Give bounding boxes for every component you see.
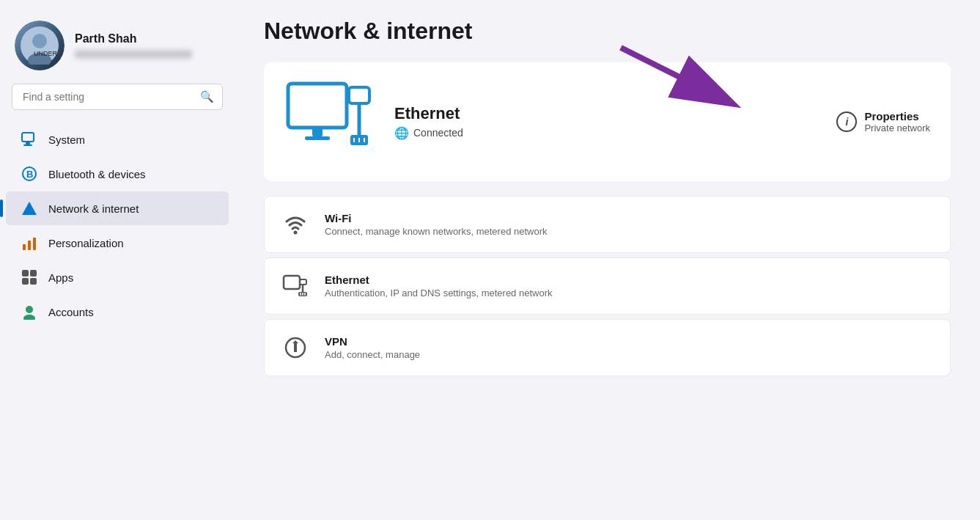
vpn-option-desc: Add, connect, manage <box>325 349 420 360</box>
page-title: Network & internet <box>264 18 951 45</box>
svg-rect-21 <box>305 136 330 140</box>
svg-point-1 <box>32 34 47 48</box>
search-bar: 🔍 <box>12 84 223 110</box>
apps-icon <box>21 268 38 286</box>
user-info: Parth Shah <box>75 32 192 59</box>
personalization-icon <box>21 234 38 252</box>
svg-rect-6 <box>23 144 32 146</box>
sidebar-item-system[interactable]: System <box>6 122 229 156</box>
avatar[interactable]: UNDER <box>15 21 65 70</box>
user-section: UNDER Parth Shah <box>0 13 235 84</box>
sidebar-item-label: Accounts <box>48 306 94 318</box>
wifi-option-desc: Connect, manage known networks, metered … <box>325 226 548 237</box>
vpn-option-info: VPN Add, connect, manage <box>325 335 420 360</box>
ethernet-hero-card: Ethernet 🌐 Connected i Properties <box>264 62 951 181</box>
globe-icon: 🌐 <box>394 126 409 140</box>
svg-rect-30 <box>284 276 300 289</box>
svg-rect-13 <box>22 270 29 277</box>
sidebar-item-label: Network & internet <box>48 202 139 215</box>
search-input[interactable] <box>12 84 223 110</box>
svg-rect-11 <box>28 241 31 250</box>
ethernet-option-card[interactable]: Ethernet Authentication, IP and DNS sett… <box>264 257 951 315</box>
ethernet-status: 🌐 Connected <box>394 126 836 140</box>
sidebar: UNDER Parth Shah 🔍 System <box>0 0 235 520</box>
main-content: Network & internet <box>235 0 980 520</box>
sidebar-item-label: Personalization <box>48 237 124 249</box>
svg-rect-10 <box>23 244 26 250</box>
svg-rect-19 <box>288 84 347 128</box>
system-icon <box>21 131 38 148</box>
sidebar-item-network[interactable]: Network & internet <box>6 191 229 225</box>
sidebar-item-apps[interactable]: Apps <box>6 260 229 294</box>
accounts-icon <box>21 303 38 321</box>
properties-sub: Private network <box>864 122 930 133</box>
ethernet-option-desc: Authentication, IP and DNS settings, met… <box>325 288 552 299</box>
svg-rect-12 <box>33 238 36 250</box>
ethernet-illustration <box>284 80 380 164</box>
svg-point-17 <box>26 306 33 313</box>
ethernet-status-text: Connected <box>413 127 463 139</box>
sidebar-item-label: Bluetooth & devices <box>48 168 146 180</box>
svg-rect-31 <box>300 279 306 285</box>
ethernet-option-info: Ethernet Authentication, IP and DNS sett… <box>325 274 552 299</box>
nav-list: System B Bluetooth & devices Network & i… <box>0 122 235 520</box>
wifi-option-info: Wi-Fi Connect, manage known networks, me… <box>325 212 548 237</box>
svg-point-18 <box>23 315 35 320</box>
svg-rect-5 <box>26 142 30 144</box>
user-email <box>75 50 192 59</box>
wifi-option-card[interactable]: Wi-Fi Connect, manage known networks, me… <box>264 196 951 253</box>
wifi-icon <box>281 210 310 239</box>
svg-point-29 <box>294 231 298 235</box>
ethernet-option-icon <box>281 271 310 301</box>
svg-text:UNDER: UNDER <box>34 50 58 57</box>
vpn-icon <box>281 333 310 362</box>
wifi-option-name: Wi-Fi <box>325 212 548 224</box>
svg-rect-15 <box>22 278 29 285</box>
sidebar-item-accounts[interactable]: Accounts <box>6 295 229 329</box>
user-name: Parth Shah <box>75 32 192 45</box>
sidebar-item-personalization[interactable]: Personalization <box>6 226 229 260</box>
svg-text:B: B <box>26 169 33 180</box>
vpn-option-card[interactable]: VPN Add, connect, manage <box>264 319 951 376</box>
network-icon <box>21 199 38 217</box>
search-icon: 🔍 <box>200 90 214 103</box>
info-icon: i <box>836 111 857 132</box>
ethernet-option-name: Ethernet <box>325 274 552 286</box>
svg-rect-14 <box>30 270 37 277</box>
properties-text: Properties Private network <box>864 110 930 133</box>
sidebar-item-label: System <box>48 133 85 146</box>
ethernet-info: Ethernet 🌐 Connected <box>394 104 836 140</box>
sidebar-item-bluetooth[interactable]: B Bluetooth & devices <box>6 157 229 191</box>
properties-section: i Properties Private network <box>836 110 930 133</box>
bluetooth-icon: B <box>21 165 38 183</box>
svg-rect-4 <box>22 133 34 142</box>
svg-rect-22 <box>349 87 369 103</box>
properties-label: Properties <box>864 110 930 122</box>
sidebar-item-label: Apps <box>48 271 73 284</box>
svg-rect-20 <box>312 128 323 136</box>
avatar-image: UNDER <box>15 21 65 70</box>
svg-marker-9 <box>22 202 37 215</box>
ethernet-name: Ethernet <box>394 104 836 123</box>
vpn-option-name: VPN <box>325 335 420 348</box>
svg-rect-16 <box>30 278 37 285</box>
